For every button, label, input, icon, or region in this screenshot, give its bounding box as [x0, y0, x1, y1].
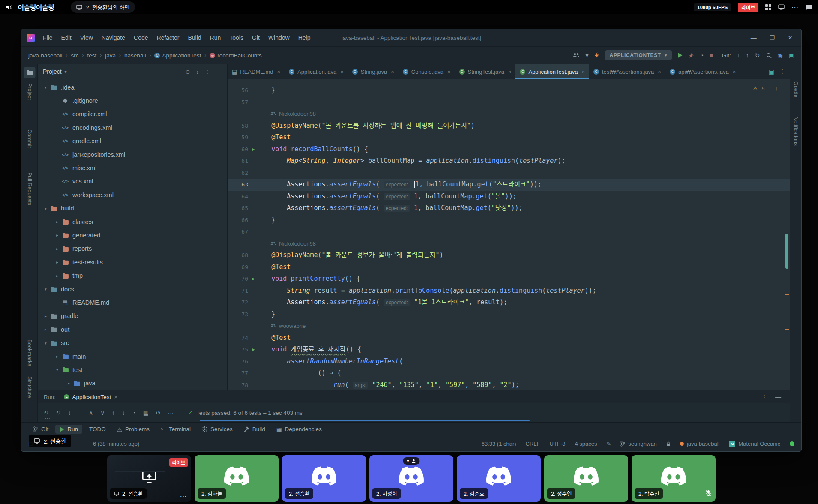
menu-help[interactable]: Help	[294, 33, 315, 43]
chat-icon[interactable]	[806, 4, 812, 10]
debug-button[interactable]	[689, 53, 694, 58]
breadcrumb-item-ApplicationTest[interactable]: CApplicationTest	[154, 52, 201, 59]
close-icon[interactable]: ×	[447, 69, 451, 75]
collapse-icon[interactable]: ∨	[100, 409, 105, 416]
close-icon[interactable]: ×	[581, 69, 585, 75]
code-line[interactable]: 65 Assertions.assertEquals( expected: 1,…	[228, 202, 790, 214]
bottom-tool-problems[interactable]: ⚠Problems	[113, 425, 154, 434]
menu-tools[interactable]: Tools	[225, 33, 247, 43]
theme-widget[interactable]: MMaterial Oceanic	[729, 441, 780, 447]
menu-navigate[interactable]: Navigate	[98, 33, 129, 43]
tab-options-icon[interactable]: ⋮	[779, 68, 785, 75]
tab-Application.java[interactable]: CApplication.java×	[285, 64, 348, 79]
lock-icon[interactable]	[666, 441, 671, 447]
participant-tile-3[interactable]: 2. 전승환	[282, 455, 366, 502]
tab-README.md[interactable]: ▤README.md×	[228, 64, 285, 79]
code-line[interactable]: 69 @Test	[228, 261, 790, 273]
close-icon[interactable]: ×	[733, 69, 736, 75]
code-line[interactable]: 56 }	[228, 84, 790, 96]
profiler-button[interactable]: ◔	[700, 52, 704, 59]
menu-file[interactable]: File	[39, 33, 57, 43]
run-line-button[interactable]: ▶	[252, 144, 255, 156]
breadcrumb-item-recordBallCounts[interactable]: mrecordBallCounts	[210, 52, 262, 59]
participant-tile-6[interactable]: 2. 성수연	[544, 455, 628, 502]
tool-strip-item-notifications[interactable]: Notifications	[793, 117, 799, 146]
widget-icon[interactable]: ▣	[769, 68, 774, 75]
run-button[interactable]	[678, 53, 683, 58]
author-annotation-row[interactable]: Nickolodeon98	[228, 108, 790, 120]
author-annotation-row[interactable]: woowabrie	[228, 320, 790, 332]
code-line[interactable]: 64 Assertions.assertEquals( expected: 1,…	[228, 191, 790, 203]
panel-options-icon[interactable]: ⋮	[205, 69, 210, 75]
tree-item-compiler.xml[interactable]: </>compiler.xml	[38, 108, 227, 121]
code-line[interactable]: 75▶ void 게임종료_후_재시작() {	[228, 344, 790, 356]
monitor-icon[interactable]	[778, 4, 785, 10]
bolt-icon[interactable]	[595, 52, 599, 58]
tool-strip-item-commit[interactable]: Commit	[27, 129, 33, 148]
search-button[interactable]	[766, 53, 772, 58]
tree-item-out[interactable]: ▸out	[38, 323, 227, 336]
menu-edit[interactable]: Edit	[57, 33, 75, 43]
code-line[interactable]: 61 Map<String, Integer> ballCountMap = a…	[228, 155, 790, 167]
code-line[interactable]: 58 @DisplayName("볼 카운트를 저장하는 맵에 잘 매핑해 들어…	[228, 120, 790, 132]
breadcrumb-item-src[interactable]: src	[71, 52, 79, 59]
push-button[interactable]: ↑	[746, 52, 749, 59]
run-line-button[interactable]: ▶	[252, 273, 255, 285]
history-icon[interactable]: ◔	[132, 410, 136, 416]
tree-item-README.md[interactable]: ▤README.md	[38, 296, 227, 309]
menu-window[interactable]: Window	[264, 33, 294, 43]
stream-title-chip[interactable]: 2. 전승환님의 화면	[71, 1, 135, 13]
project-panel-title[interactable]: Project	[43, 68, 62, 75]
code-line[interactable]: 57	[228, 96, 790, 108]
code-line[interactable]: 77 () → {	[228, 367, 790, 379]
tab-ApplicationTest.java[interactable]: CApplicationTest.java×	[515, 64, 589, 79]
tool-strip-item-pull-requests[interactable]: Pull Requests	[27, 172, 33, 205]
code-line[interactable]: 73 }	[228, 309, 790, 321]
tree-item-docs[interactable]: ▾docs	[38, 282, 227, 296]
code-line[interactable]: 76 assertRandomNumberInRangeTest(	[228, 356, 790, 368]
code-line[interactable]: 68 @DisplayName("볼 카운트 정보가 올바르게 출력되는지")	[228, 249, 790, 261]
tool-strip-item-gradle[interactable]: Gradle	[793, 81, 799, 98]
widget-button[interactable]: ▣	[789, 52, 794, 59]
list-icon[interactable]: ≡	[78, 410, 81, 416]
branch-widget[interactable]: seunghwan	[620, 441, 657, 447]
tool-strip-item-project-icon[interactable]	[24, 67, 35, 78]
run-tab[interactable]: ▶ ApplicationTest ×	[60, 393, 121, 402]
tree-item-test-results[interactable]: ▸test-results	[38, 255, 227, 269]
tree-item-gradle.xml[interactable]: </>gradle.xml	[38, 135, 227, 148]
tree-item-gradle[interactable]: ▸gradle	[38, 309, 227, 323]
participant-tile-1[interactable]: 라이브2. 전승환⋯	[107, 455, 191, 502]
hide-panel-icon[interactable]: —	[775, 393, 781, 400]
grid-icon[interactable]	[765, 4, 771, 10]
bottom-tool-build[interactable]: Build	[240, 425, 270, 434]
tab-Console.java[interactable]: CConsole.java×	[399, 64, 455, 79]
menu-view[interactable]: View	[76, 33, 97, 43]
code-line[interactable]: 67	[228, 226, 790, 238]
tree-item-misc.xml[interactable]: </>misc.xml	[38, 161, 227, 174]
code-line[interactable]: 62	[228, 167, 790, 179]
rerun-failed-icon[interactable]: ↻	[56, 409, 60, 416]
close-icon[interactable]: ×	[277, 69, 281, 75]
coverage-icon[interactable]: ▦	[143, 409, 149, 416]
history-button[interactable]: ↻	[755, 52, 760, 59]
chevron-down-icon[interactable]: ▾	[65, 69, 67, 74]
code-line[interactable]: 78 run( args: "246", "135", "1", "597", …	[228, 379, 790, 390]
next-icon[interactable]: ↓	[122, 410, 125, 416]
menu-git[interactable]: Git	[248, 33, 264, 43]
expand-icon[interactable]: ∧	[89, 409, 93, 416]
participant-tile-4[interactable]: 2. 서정희▾	[369, 455, 453, 502]
code-editor[interactable]: ⚠ 5 ↑ ↓ 56 }57Nickolodeon9858 @DisplayNa…	[228, 79, 790, 390]
locate-icon[interactable]: ⊙	[186, 69, 190, 75]
menu-run[interactable]: Run	[206, 33, 225, 43]
hide-panel-icon[interactable]: —	[216, 69, 222, 75]
more-icon[interactable]: ⋯	[180, 492, 188, 500]
tree-item-jarRepositories.xml[interactable]: </>jarRepositories.xml	[38, 148, 227, 161]
author-annotation-row[interactable]: Nickolodeon98	[228, 238, 790, 250]
tab-StringTest.java[interactable]: CStringTest.java×	[455, 64, 516, 79]
indent-config[interactable]: 4 spaces	[575, 441, 597, 447]
edit-mode-icon[interactable]: ✎	[606, 441, 611, 447]
tree-item-tmp[interactable]: ▸tmp	[38, 269, 227, 282]
close-icon[interactable]: ×	[391, 69, 394, 75]
close-button[interactable]: ✕	[788, 34, 793, 41]
file-encoding[interactable]: UTF-8	[550, 441, 566, 447]
